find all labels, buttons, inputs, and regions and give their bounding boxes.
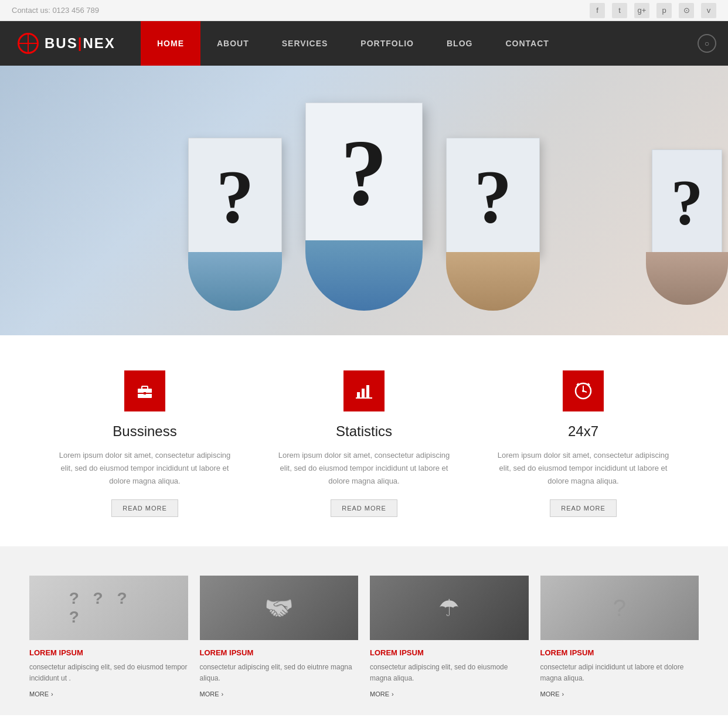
feature-1-text: Lorem ipsum dolor sit amet, consectetur … bbox=[59, 449, 231, 488]
blog-excerpt-3: consectetur adipiscing elit, sed do eius… bbox=[370, 662, 529, 684]
feature-3-text: Lorem ipsum dolor sit amet, consectetur … bbox=[497, 449, 669, 488]
nav-item-services[interactable]: SERVICES bbox=[266, 21, 345, 66]
feature-statistics: Statistics Lorem ipsum dolor sit amet, c… bbox=[254, 370, 474, 517]
feature-24x7: 24x7 Lorem ipsum dolor sit amet, consect… bbox=[474, 370, 693, 517]
blog-card-4: LOREM IPSUM consectetur adipi incididunt… bbox=[540, 576, 699, 697]
contact-label: Contact us: bbox=[12, 6, 50, 15]
clock-icon bbox=[563, 370, 604, 411]
svg-rect-6 bbox=[366, 385, 369, 398]
blog-title-1[interactable]: LOREM IPSUM bbox=[29, 648, 188, 657]
nav-item-portfolio[interactable]: PORTFOLIO bbox=[344, 21, 430, 66]
blog-section: LOREM IPSUM consectetur adipiscing elit,… bbox=[0, 546, 728, 715]
blog-card-3: LOREM IPSUM consectetur adipiscing elit,… bbox=[370, 576, 529, 697]
blog-more-4[interactable]: MORE › bbox=[540, 690, 699, 698]
logo-text: BUS|NEX bbox=[45, 35, 115, 52]
blog-more-2[interactable]: MORE › bbox=[200, 690, 359, 698]
svg-rect-5 bbox=[362, 389, 365, 398]
figure-right: ? bbox=[446, 138, 540, 311]
feature-3-title: 24x7 bbox=[497, 423, 669, 440]
blog-excerpt-4: consectetur adipi incididunt ut labore e… bbox=[540, 662, 699, 684]
nav-menu: HOME ABOUT SERVICES PORTFOLIO BLOG CONTA… bbox=[141, 21, 698, 66]
blog-title-4[interactable]: LOREM IPSUM bbox=[540, 648, 699, 657]
blog-image-3 bbox=[370, 576, 529, 640]
phone-number: 0123 456 789 bbox=[52, 6, 99, 15]
twitter-icon[interactable]: t bbox=[612, 3, 627, 18]
blog-card-2: LOREM IPSUM consectetur adipiscing elit,… bbox=[200, 576, 359, 697]
svg-rect-4 bbox=[357, 392, 360, 398]
nav-item-blog[interactable]: BLOG bbox=[430, 21, 489, 66]
social-icons-bar: f t g+ p ⊙ v bbox=[590, 3, 716, 18]
dribbble-icon[interactable]: ⊙ bbox=[679, 3, 694, 18]
figure-center: ? bbox=[305, 103, 423, 311]
feature-1-title: Bussiness bbox=[59, 423, 231, 440]
feature-2-read-more[interactable]: READ MORE bbox=[331, 499, 397, 517]
svg-rect-1 bbox=[142, 386, 148, 389]
contact-info: Contact us: 0123 456 789 bbox=[12, 6, 99, 15]
main-nav: BUS|NEX HOME ABOUT SERVICES PORTFOLIO BL… bbox=[0, 21, 728, 66]
googleplus-icon[interactable]: g+ bbox=[634, 3, 649, 18]
blog-more-1[interactable]: MORE › bbox=[29, 690, 188, 698]
blog-image-1 bbox=[29, 576, 188, 640]
features-section: Bussiness Lorem ipsum dolor sit amet, co… bbox=[0, 335, 728, 546]
logo-globe-icon bbox=[18, 33, 39, 54]
blog-image-2 bbox=[200, 576, 359, 640]
blog-card-1: LOREM IPSUM consectetur adipiscing elit,… bbox=[29, 576, 188, 697]
facebook-icon[interactable]: f bbox=[590, 3, 605, 18]
logo[interactable]: BUS|NEX bbox=[0, 33, 141, 54]
feature-2-text: Lorem ipsum dolor sit amet, consectetur … bbox=[278, 449, 450, 488]
figure-left: ? bbox=[188, 138, 282, 311]
nav-item-contact[interactable]: CONTACT bbox=[489, 21, 565, 66]
blog-more-3[interactable]: MORE › bbox=[370, 690, 529, 698]
blog-excerpt-2: consectetur adipiscing elit, sed do eiut… bbox=[200, 662, 359, 684]
blog-excerpt-1: consectetur adipiscing elit, sed do eius… bbox=[29, 662, 188, 684]
pinterest-icon[interactable]: p bbox=[656, 3, 672, 18]
nav-item-home[interactable]: HOME bbox=[141, 21, 200, 66]
nav-item-about[interactable]: ABOUT bbox=[200, 21, 266, 66]
feature-3-read-more[interactable]: READ MORE bbox=[550, 499, 617, 517]
search-icon[interactable]: ○ bbox=[698, 34, 716, 53]
hero-background: ? ? ? ? bbox=[0, 66, 728, 335]
figure-far-right: ? bbox=[646, 149, 728, 305]
feature-2-title: Statistics bbox=[278, 423, 450, 440]
blog-image-4 bbox=[540, 576, 699, 640]
chart-icon bbox=[343, 370, 385, 411]
blog-title-2[interactable]: LOREM IPSUM bbox=[200, 648, 359, 657]
feature-business: Bussiness Lorem ipsum dolor sit amet, co… bbox=[35, 370, 254, 517]
svg-rect-3 bbox=[144, 392, 146, 394]
feature-1-read-more[interactable]: READ MORE bbox=[111, 499, 178, 517]
vimeo-icon[interactable]: v bbox=[701, 3, 716, 18]
blog-grid: LOREM IPSUM consectetur adipiscing elit,… bbox=[29, 576, 699, 697]
blog-title-3[interactable]: LOREM IPSUM bbox=[370, 648, 529, 657]
hero-section: ? ? ? ? bbox=[0, 66, 728, 335]
top-bar: Contact us: 0123 456 789 f t g+ p ⊙ v bbox=[0, 0, 728, 21]
briefcase-icon bbox=[124, 370, 165, 411]
logo-pipe: | bbox=[78, 35, 83, 51]
